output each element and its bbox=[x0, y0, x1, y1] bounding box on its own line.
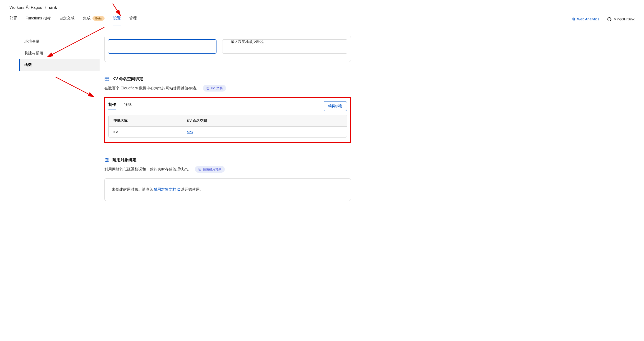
main-tabs: 部署 Functions 指标 自定义域 集成 Beta 设置 管理 bbox=[10, 16, 137, 26]
tab-manage[interactable]: 管理 bbox=[129, 16, 137, 26]
breadcrumb-current: sink bbox=[49, 5, 57, 10]
doc-icon bbox=[206, 86, 210, 90]
beta-badge: Beta bbox=[92, 16, 104, 21]
svg-rect-1 bbox=[105, 77, 109, 81]
analytics-icon bbox=[572, 17, 576, 21]
breadcrumb: Workers 和 Pages / sink bbox=[10, 5, 634, 10]
durable-section-desc-row: 利用网站的低延迟协调和一致的实时存储管理状态。 使用耐用对象 bbox=[104, 166, 351, 173]
settings-sidebar: 环境变量 构建与部署 函数 bbox=[19, 36, 100, 201]
kv-section-desc-row: 在数百个 Cloudflare 数据中心为您的网站使用键值存储。 KV 文档 bbox=[104, 85, 351, 92]
kv-table-header: 变量名称 KV 命名空间 bbox=[108, 115, 347, 127]
kv-section-desc: 在数百个 Cloudflare 数据中心为您的网站使用键值存储。 bbox=[104, 86, 200, 91]
tab-deploy[interactable]: 部署 bbox=[10, 16, 17, 26]
web-analytics-label: Web Analytics bbox=[577, 17, 600, 21]
breadcrumb-root[interactable]: Workers 和 Pages bbox=[10, 5, 42, 10]
tab-integration-label: 集成 bbox=[83, 16, 90, 21]
sidebar-item-functions[interactable]: 函数 bbox=[19, 59, 100, 71]
tab-integration[interactable]: 集成 Beta bbox=[83, 16, 104, 26]
kv-col-namespace: KV 命名空间 bbox=[187, 118, 342, 123]
kv-row-namespace-link[interactable]: sink bbox=[187, 130, 193, 134]
option-card-other[interactable]: 最大程度地减少延迟。 bbox=[222, 39, 347, 54]
kv-doc-badge[interactable]: KV 文档 bbox=[203, 85, 226, 92]
option-card-text: 最大程度地减少延迟。 bbox=[231, 40, 266, 44]
kv-row-name: KV bbox=[113, 130, 187, 134]
sub-tab-preview[interactable]: 预览 bbox=[124, 102, 132, 110]
durable-placeholder-prefix: 未创建耐用对象。请查阅 bbox=[112, 187, 154, 191]
sidebar-item-env[interactable]: 环境变量 bbox=[19, 36, 100, 48]
durable-section-title: 耐用对象绑定 bbox=[112, 157, 136, 163]
kv-table: 变量名称 KV 命名空间 KV sink bbox=[108, 115, 347, 138]
github-repo-label: MingGH/Sink bbox=[614, 17, 634, 21]
github-icon bbox=[607, 17, 612, 22]
external-link-icon bbox=[177, 188, 181, 191]
durable-section-title-row: 耐用对象绑定 bbox=[104, 157, 351, 163]
durable-doc-label: 使用耐用对象 bbox=[203, 167, 222, 172]
option-card-selected[interactable] bbox=[108, 39, 216, 54]
sub-tab-production[interactable]: 制作 bbox=[108, 102, 116, 110]
tab-functions-metrics[interactable]: Functions 指标 bbox=[26, 16, 51, 26]
durable-section-desc: 利用网站的低延迟协调和一致的实时存储管理状态。 bbox=[104, 167, 192, 172]
github-repo-link[interactable]: MingGH/Sink bbox=[607, 17, 634, 22]
tab-settings[interactable]: 设置 bbox=[113, 16, 121, 26]
durable-doc-badge[interactable]: 使用耐用对象 bbox=[195, 166, 225, 173]
kv-binding-section: KV 命名空间绑定 在数百个 Cloudflare 数据中心为您的网站使用键值存… bbox=[104, 76, 351, 143]
globe-icon bbox=[104, 158, 110, 163]
durable-doc-link[interactable]: 耐用对象文档 bbox=[154, 187, 181, 191]
kv-col-variable-name: 变量名称 bbox=[113, 118, 187, 123]
edit-binding-button[interactable]: 编辑绑定 bbox=[324, 101, 347, 111]
web-analytics-link[interactable]: Web Analytics bbox=[572, 17, 600, 21]
kv-doc-label: KV 文档 bbox=[211, 86, 223, 90]
tab-custom-domain[interactable]: 自定义域 bbox=[59, 16, 74, 26]
durable-binding-section: 耐用对象绑定 利用网站的低延迟协调和一致的实时存储管理状态。 使用耐用对象 未创… bbox=[104, 157, 351, 201]
kv-card-icon bbox=[104, 76, 110, 82]
sidebar-item-build[interactable]: 构建与部署 bbox=[19, 48, 100, 59]
durable-placeholder-suffix: 以开始使用。 bbox=[181, 187, 204, 191]
kv-section-title-row: KV 命名空间绑定 bbox=[104, 76, 351, 82]
kv-section-title: KV 命名空间绑定 bbox=[112, 76, 143, 82]
doc-icon bbox=[198, 168, 202, 171]
kv-sub-tabs: 制作 预览 bbox=[108, 101, 139, 110]
breadcrumb-sep: / bbox=[45, 5, 46, 10]
annotation-highlight-box: 制作 预览 编辑绑定 变量名称 KV 命名空间 KV sink bbox=[104, 97, 351, 143]
durable-placeholder-card: 未创建耐用对象。请查阅耐用对象文档 以开始使用。 bbox=[104, 178, 351, 201]
kv-table-row: KV sink bbox=[108, 127, 347, 137]
